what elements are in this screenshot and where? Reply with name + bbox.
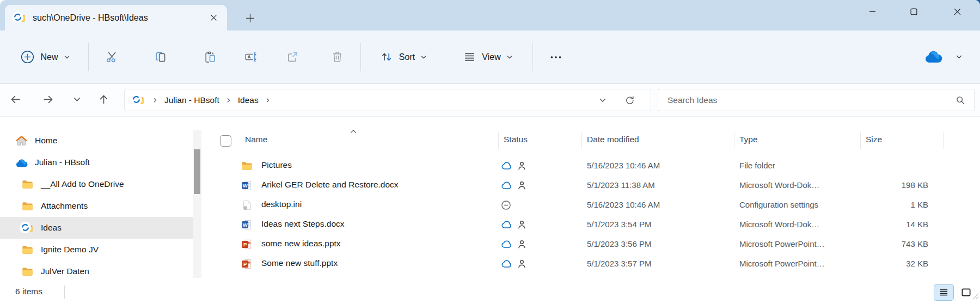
copy-button[interactable] xyxy=(149,31,173,83)
breadcrumb-chevron-icon xyxy=(226,98,231,103)
file-row-some-new-stuff-pptx[interactable]: W P Some new stuff.pptx 5/1/2023 3:57 PM… xyxy=(212,254,980,274)
chevron-down-icon xyxy=(420,54,427,60)
sort-button[interactable]: Sort xyxy=(370,31,437,83)
recent-locations-button[interactable] xyxy=(66,88,88,110)
file-row-some-new-ideas-pptx[interactable]: W P some new ideas.pptx 5/1/2023 3:56 PM… xyxy=(212,234,980,254)
sync-status xyxy=(501,238,536,250)
toolbar-divider xyxy=(360,43,361,71)
column-header-name[interactable]: Name xyxy=(245,135,267,144)
column-header-status[interactable]: Status xyxy=(504,135,528,144)
column-headers: Name Status Date modified Type Size xyxy=(212,130,980,152)
toolbar-divider xyxy=(88,43,89,71)
sync-badge-icon xyxy=(11,11,24,26)
column-resize-handle[interactable] xyxy=(498,132,499,149)
rename-button[interactable] xyxy=(238,31,262,83)
file-type: Microsoft PowerPoint… xyxy=(739,259,825,268)
chevron-down-icon xyxy=(955,53,963,60)
refresh-button[interactable] xyxy=(624,94,635,106)
shared-person-icon xyxy=(518,259,526,268)
date-modified: 5/1/2023 3:56 PM xyxy=(587,239,651,249)
shared-person-icon xyxy=(518,181,526,190)
forward-button[interactable] xyxy=(37,88,59,110)
address-bar[interactable]: Julian - HBsoft Ideas xyxy=(124,89,651,111)
maximize-button[interactable] xyxy=(901,0,926,23)
sidebar-item-all-add-to-onedrive[interactable]: __All Add to OneDrive xyxy=(0,173,193,195)
config-file-icon xyxy=(241,199,253,211)
up-button[interactable] xyxy=(93,88,114,110)
new-button-label: New xyxy=(40,52,58,62)
file-type: Microsoft Word-Dok… xyxy=(739,220,819,229)
file-row-pictures[interactable]: W P Pictures 5/16/2023 10:46 AM File fol… xyxy=(212,156,980,175)
content-area: Home Julian - HBsoft __All Add to OneDri… xyxy=(0,117,980,281)
breadcrumb-item-julian-hbsoft[interactable]: Julian - HBsoft xyxy=(164,95,219,105)
column-resize-handle[interactable] xyxy=(860,132,861,149)
status-bar: 6 items xyxy=(0,281,980,303)
scrollbar-thumb[interactable] xyxy=(194,149,200,194)
sidebar-item-home[interactable]: Home xyxy=(0,130,193,152)
view-button[interactable]: View xyxy=(452,31,524,83)
sidebar-item-label: Julian - HBsoft xyxy=(35,157,90,167)
clipboard-icon xyxy=(203,50,217,64)
details-view-toggle[interactable] xyxy=(934,284,954,301)
delete-button[interactable] xyxy=(325,31,349,83)
file-name: Pictures xyxy=(261,160,292,170)
column-resize-handle[interactable] xyxy=(581,132,582,149)
select-all-checkbox[interactable] xyxy=(220,135,231,147)
sidebar-item-label: Home xyxy=(35,136,57,146)
search-icon xyxy=(955,95,966,106)
breadcrumb: Julian - HBsoft Ideas xyxy=(152,95,271,105)
sidebar-item-julian-hbsoft[interactable]: Julian - HBsoft xyxy=(0,152,193,173)
sidebar-scrollbar[interactable] xyxy=(193,130,201,278)
paste-button[interactable] xyxy=(198,31,222,83)
file-row-ideas-next-steps-docx[interactable]: W P Ideas next Steps.docx 5/1/2023 3:54 … xyxy=(212,215,980,234)
tab-folder-icon xyxy=(14,11,26,24)
svg-text:W: W xyxy=(243,222,248,228)
new-button[interactable]: New xyxy=(9,31,82,83)
date-modified: 5/1/2023 3:57 PM xyxy=(587,259,651,268)
explorer-tab[interactable]: such\OneDrive - HBsoft\Ideas xyxy=(5,5,227,31)
sidebar-item-julver-daten[interactable]: JulVer Daten xyxy=(0,260,193,282)
column-header-date-modified[interactable]: Date modified xyxy=(587,135,639,144)
onedrive-chevron-button[interactable] xyxy=(950,31,968,83)
file-size: 1 KB xyxy=(848,200,928,209)
sidebar: Home Julian - HBsoft __All Add to OneDri… xyxy=(0,117,193,281)
sort-button-label: Sort xyxy=(399,52,415,62)
column-header-size[interactable]: Size xyxy=(866,135,882,144)
svg-text:W: W xyxy=(243,183,248,189)
statusbar-divider xyxy=(64,286,65,299)
tab-close-button[interactable] xyxy=(205,10,222,26)
close-button[interactable] xyxy=(945,0,970,23)
resize-grip[interactable] xyxy=(972,292,979,302)
column-resize-handle[interactable] xyxy=(943,132,944,149)
onedrive-status-button[interactable] xyxy=(919,31,947,83)
more-options-button[interactable] xyxy=(543,31,568,83)
sidebar-item-attachments[interactable]: Attachments xyxy=(0,195,193,217)
sync-status xyxy=(501,160,536,172)
view-list-icon xyxy=(463,50,476,64)
sidebar-item-label: __All Add to OneDrive xyxy=(41,179,124,189)
svg-text:P: P xyxy=(243,241,247,247)
search-box xyxy=(658,89,975,111)
sidebar-item-ignite-demo-jv[interactable]: Ignite Demo JV xyxy=(0,239,193,260)
file-row-desktop-ini[interactable]: W P desktop.ini 5/16/2023 10:46 AM Confi… xyxy=(212,195,980,215)
toolbar-divider xyxy=(532,43,533,71)
sidebar-item-ideas[interactable]: Ideas xyxy=(0,217,193,239)
date-modified: 5/1/2023 11:38 AM xyxy=(587,180,655,190)
column-header-type[interactable]: Type xyxy=(739,135,758,144)
minimize-button[interactable] xyxy=(860,0,885,23)
back-button[interactable] xyxy=(4,88,26,110)
share-button[interactable] xyxy=(280,31,304,83)
column-resize-handle[interactable] xyxy=(734,132,734,149)
file-name: Ideas next Steps.docx xyxy=(261,219,345,229)
address-dropdown-button[interactable] xyxy=(599,96,607,104)
cut-button[interactable] xyxy=(100,31,124,83)
new-tab-button[interactable] xyxy=(241,9,259,27)
search-input[interactable] xyxy=(666,95,955,106)
breadcrumb-item-ideas[interactable]: Ideas xyxy=(238,95,259,105)
view-button-label: View xyxy=(482,52,500,62)
folder-icon xyxy=(21,200,34,213)
sync-badge-icon xyxy=(19,221,32,236)
file-row-arikel-ger-delete-and-restore-docx[interactable]: W P Arikel GER Delete and Restore.docx 5… xyxy=(212,175,980,195)
file-name: Arikel GER Delete and Restore.docx xyxy=(261,180,399,190)
date-modified: 5/1/2023 3:54 PM xyxy=(587,220,651,229)
